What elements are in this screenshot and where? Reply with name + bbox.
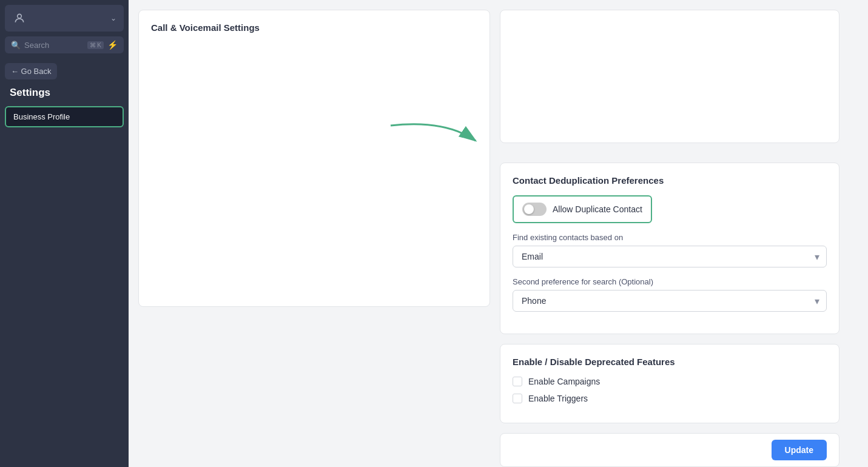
deprecated-title: Enable / Disable Deprecated Features: [513, 357, 827, 367]
enable-campaigns-row: Enable Campaigns: [513, 377, 827, 386]
enable-campaigns-checkbox[interactable]: [513, 377, 522, 386]
search-bar[interactable]: 🔍 Search ⌘ K ⚡: [5, 36, 124, 53]
search-label: Search: [24, 41, 84, 50]
enable-campaigns-label: Enable Campaigns: [528, 377, 600, 386]
sidebar-item-label: Business Profile: [13, 112, 70, 121]
svg-point-0: [18, 14, 22, 18]
settings-title: Settings: [0, 84, 129, 105]
enable-triggers-checkbox[interactable]: [513, 394, 522, 403]
search-icon: 🔍: [11, 41, 21, 50]
allow-duplicate-label: Allow Duplicate Contact: [553, 204, 642, 214]
go-back-label: ← Go Back: [11, 67, 51, 76]
allow-duplicate-toggle[interactable]: [522, 203, 547, 216]
user-profile-row[interactable]: ⌄: [5, 5, 124, 32]
left-panel: Call & Voicemail Settings: [138, 10, 490, 457]
second-pref-select[interactable]: Phone Email Name: [513, 290, 827, 312]
find-contacts-select-wrapper: Email Phone Name ▾: [513, 246, 827, 267]
sidebar-item-business-profile[interactable]: Business Profile: [5, 106, 124, 127]
update-row: Update: [500, 433, 839, 467]
call-voicemail-title: Call & Voicemail Settings: [151, 22, 477, 33]
top-placeholder-card: [500, 10, 839, 143]
main-content: Call & Voicemail Settings Contact Dedupl…: [129, 0, 868, 467]
second-pref-select-wrapper: Phone Email Name ▾: [513, 290, 827, 312]
update-button[interactable]: Update: [772, 440, 827, 460]
user-icon: [12, 11, 27, 25]
dedup-title: Contact Deduplication Preferences: [513, 175, 827, 186]
enable-triggers-label: Enable Triggers: [528, 394, 588, 403]
find-contacts-select[interactable]: Email Phone Name: [513, 246, 827, 267]
find-contacts-label: Find existing contacts based on: [513, 233, 827, 242]
second-pref-label: Second preference for search (Optional): [513, 277, 827, 286]
search-shortcut: ⌘ K: [87, 41, 104, 49]
allow-duplicate-toggle-row: Allow Duplicate Contact: [513, 195, 652, 223]
sidebar: ⌄ 🔍 Search ⌘ K ⚡ ← Go Back Settings Busi…: [0, 0, 129, 467]
enable-triggers-row: Enable Triggers: [513, 394, 827, 403]
chevron-down-icon: ⌄: [110, 14, 116, 22]
go-back-button[interactable]: ← Go Back: [5, 63, 57, 79]
bolt-icon: ⚡: [107, 40, 118, 50]
right-panel: Contact Deduplication Preferences Allow …: [500, 10, 839, 457]
dedup-card: Contact Deduplication Preferences Allow …: [500, 163, 839, 334]
deprecated-card: Enable / Disable Deprecated Features Ena…: [500, 344, 839, 423]
